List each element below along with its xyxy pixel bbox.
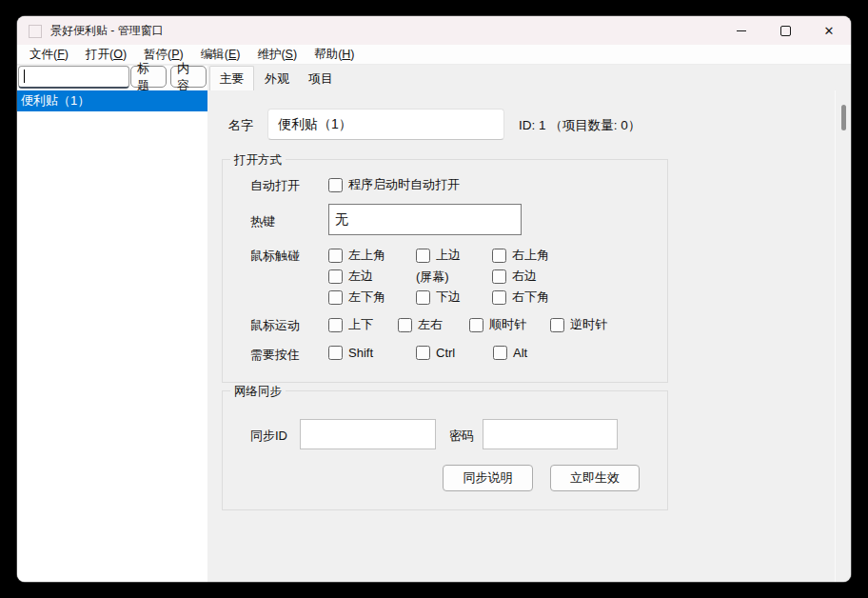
auto-open-checkbox[interactable]: 程序启动时自动打开 [328,176,460,193]
auto-open-label: 自动打开 [250,177,300,194]
checkbox-icon [492,269,506,284]
open-mode-group-title: 打开方式 [230,152,286,169]
checkbox-icon [328,178,343,192]
hotkey-input[interactable] [328,204,522,235]
checkbox-icon [328,318,343,332]
touch-bottom-checkbox[interactable]: 下边 [416,289,461,306]
name-label: 名字 [228,117,253,134]
mouse-motion-label: 鼠标运动 [250,317,300,334]
mouse-touch-label: 鼠标触碰 [250,248,300,265]
touch-right-checkbox[interactable]: 右边 [492,268,537,285]
screen: 景好便利贴 - 管理窗口 ✕ 文件(F) 打开(O) 暂停(P) 编辑(E) 维… [0,0,868,598]
checkbox-icon [328,269,343,284]
checkbox-icon [493,346,507,360]
apply-now-button[interactable]: 立即生效 [550,465,640,491]
password-input[interactable] [483,419,618,449]
close-button[interactable]: ✕ [807,16,851,45]
checkbox-icon [469,318,483,332]
hold-key-label: 需要按住 [250,347,300,364]
checkbox-icon [492,290,506,305]
menu-edit[interactable]: 编辑(E) [192,47,249,63]
titlebar[interactable]: 景好便利贴 - 管理窗口 ✕ [17,16,851,45]
maximize-button[interactable] [763,16,807,45]
menu-file[interactable]: 文件(F) [21,47,77,63]
tab-appearance[interactable]: 外观 [256,67,298,90]
close-icon: ✕ [824,25,835,37]
menu-maintain[interactable]: 维护(S) [248,47,306,63]
touch-bottom-left-checkbox[interactable]: 左下角 [328,289,385,306]
sync-help-button[interactable]: 同步说明 [443,465,533,491]
password-label: 密码 [449,428,474,445]
checkbox-icon [550,318,564,332]
list-item-note[interactable]: 便利贴（1） [17,90,207,111]
motion-vertical-checkbox[interactable]: 上下 [328,316,373,333]
text-caret [24,70,25,83]
name-input[interactable] [267,109,504,140]
checkbox-icon [398,318,412,332]
app-icon [29,25,42,38]
hotkey-label: 热键 [250,213,275,230]
scrollbar-thumb[interactable] [841,105,846,130]
menu-open[interactable]: 打开(O) [77,47,135,63]
motion-horizontal-checkbox[interactable]: 左右 [398,316,443,333]
sync-id-input[interactable] [300,419,436,449]
network-sync-group-title: 网络同步 [230,384,286,400]
toolbar: 标题 内容 主要 外观 项目 [17,66,851,90]
touch-left-checkbox[interactable]: 左边 [328,268,373,285]
search-input[interactable] [18,66,129,89]
touch-top-right-checkbox[interactable]: 右上角 [492,247,549,264]
id-readout: ID: 1 （项目数量: 0） [519,117,641,134]
tab-items[interactable]: 项目 [300,67,342,90]
tab-main[interactable]: 主要 [209,66,254,90]
motion-clockwise-checkbox[interactable]: 顺时针 [469,316,526,333]
checkbox-icon [328,249,343,263]
hold-shift-checkbox[interactable]: Shift [328,346,373,360]
hold-alt-checkbox[interactable]: Alt [493,346,527,360]
sync-id-label: 同步ID [250,428,287,445]
checkbox-icon [492,249,506,263]
motion-counterclockwise-checkbox[interactable]: 逆时针 [550,316,607,333]
app-window: 景好便利贴 - 管理窗口 ✕ 文件(F) 打开(O) 暂停(P) 编辑(E) 维… [17,16,851,582]
checkbox-icon [416,346,430,360]
network-sync-group: 网络同步 [222,390,668,510]
minimize-icon [737,30,746,31]
search-content-button[interactable]: 内容 [170,66,207,88]
touch-bottom-right-checkbox[interactable]: 右下角 [492,289,549,306]
minimize-button[interactable] [720,16,763,45]
menu-help[interactable]: 帮助(H) [306,47,363,63]
search-title-button[interactable]: 标题 [130,66,167,88]
touch-top-left-checkbox[interactable]: 左上角 [328,247,385,264]
note-list: 便利贴（1） [17,90,208,582]
scrollbar-track[interactable] [835,90,836,582]
checkbox-icon [328,290,343,305]
checkbox-icon [328,346,343,360]
toolbar-left: 标题 内容 [17,66,207,90]
hold-ctrl-checkbox[interactable]: Ctrl [416,346,455,360]
window-controls: ✕ [720,16,851,45]
window-title: 景好便利贴 - 管理窗口 [50,16,164,45]
screen-center-label: (屏幕) [416,269,449,286]
touch-top-checkbox[interactable]: 上边 [416,247,461,264]
checkbox-icon [416,249,430,263]
maximize-icon [780,26,791,36]
checkbox-icon [416,290,430,305]
